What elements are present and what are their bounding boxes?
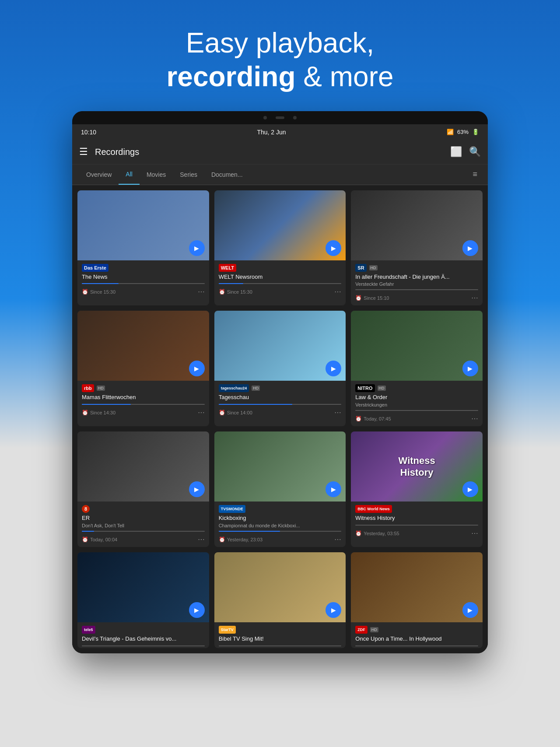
thumb-welt-newsroom: ▶	[214, 190, 346, 260]
play-btn-welt-newsroom[interactable]: ▶	[326, 240, 341, 256]
menu-icon[interactable]: ☰	[79, 146, 88, 158]
more-btn-tagesschau[interactable]: ⋯	[334, 408, 341, 417]
tabs-bar: Overview All Movies Series Documen... ≡	[72, 165, 488, 185]
title-welt-newsroom: WELT Newsroom	[219, 274, 342, 281]
status-right: 📶 63% 🔋	[447, 129, 479, 135]
progress-kickboxing	[219, 531, 342, 532]
footer-witness-history: ⏰ Yesterday, 03:55⋯	[351, 527, 483, 541]
more-btn-kickboxing[interactable]: ⋯	[334, 535, 341, 544]
clock-icon: ⏰	[82, 537, 88, 543]
channel-logo-the-news: Das Erste	[82, 264, 108, 272]
thumb-tagesschau: ▶	[214, 311, 346, 381]
tab-series[interactable]: Series	[173, 165, 204, 184]
more-btn-the-news[interactable]: ⋯	[198, 288, 205, 296]
card-er[interactable]: ▶8ERDon't Ask, Don't Tell⏰ Today, 00:04⋯	[77, 431, 209, 547]
subtitle-kickboxing: Championnat du monde de Kickboxi...	[219, 523, 342, 528]
tab-movies[interactable]: Movies	[140, 165, 173, 184]
more-btn-witness-history[interactable]: ⋯	[471, 529, 478, 537]
card-tagesschau[interactable]: ▶tagesschau24HDTagesschau⏰ Since 14:00⋯	[214, 311, 346, 426]
time-witness-history: ⏰ Yesterday, 03:55	[355, 530, 399, 537]
play-btn-tagesschau[interactable]: ▶	[326, 361, 341, 376]
thumb-kickboxing: ▶	[214, 431, 346, 502]
more-btn-in-aller-freundschaft[interactable]: ⋯	[471, 294, 478, 302]
card-once-upon-time[interactable]: ▶ZDFHDOnce Upon a Time... In Hollywood	[351, 552, 483, 648]
subtitle-law-order: Verstrickungen	[355, 402, 478, 407]
play-btn-once-upon-time[interactable]: ▶	[462, 602, 478, 618]
card-bibel-tv[interactable]: ▶StarTVBibel TV Sing Mit!	[214, 552, 346, 648]
progress-in-aller-freundschaft	[355, 289, 478, 290]
more-btn-law-order[interactable]: ⋯	[471, 414, 478, 423]
play-btn-kickboxing[interactable]: ▶	[326, 481, 341, 497]
card-in-aller-freundschaft[interactable]: ▶SRHDIn aller Freundschaft - Die jungen …	[351, 190, 483, 306]
time-tagesschau: ⏰ Since 14:00	[219, 410, 252, 416]
title-in-aller-freundschaft: In aller Freundschaft - Die jungen Ä...	[355, 274, 478, 281]
play-btn-mamas-flitterwochen[interactable]: ▶	[189, 361, 205, 376]
info-tagesschau: tagesschau24HDTagesschau	[214, 381, 346, 404]
card-welt-newsroom[interactable]: ▶WELTWELT Newsroom⏰ Since 15:30⋯	[214, 190, 346, 306]
recordings-grid: ▶Das ErsteThe News⏰ Since 15:30⋯▶WELTWEL…	[72, 185, 488, 654]
progress-bibel-tv	[219, 645, 342, 646]
footer-er: ⏰ Today, 00:04⋯	[77, 533, 209, 547]
card-the-news[interactable]: ▶Das ErsteThe News⏰ Since 15:30⋯	[77, 190, 209, 306]
time-law-order: ⏰ Today, 07:45	[355, 416, 391, 422]
tablet-top-bar	[72, 111, 488, 124]
search-icon[interactable]: 🔍	[469, 146, 481, 158]
battery-icon: 🔋	[472, 129, 479, 135]
play-btn-witness-history[interactable]: ▶	[462, 481, 478, 497]
toolbar-title: Recordings	[95, 147, 443, 157]
card-devils-triangle[interactable]: ▶tele5Devil's Triangle - Das Geheimnis v…	[77, 552, 209, 648]
channel-logo-tagesschau: tagesschau24	[219, 384, 249, 392]
more-btn-welt-newsroom[interactable]: ⋯	[334, 288, 341, 296]
info-the-news: Das ErsteThe News	[77, 260, 209, 284]
play-btn-in-aller-freundschaft[interactable]: ▶	[462, 240, 478, 256]
clock-icon: ⏰	[219, 410, 225, 416]
thumb-bibel-tv: ▶	[214, 552, 346, 622]
title-kickboxing: Kickboxing	[219, 515, 342, 522]
clock-icon: ⏰	[82, 289, 88, 295]
thumb-er: ▶	[77, 431, 209, 502]
footer-the-news: ⏰ Since 15:30⋯	[77, 286, 209, 299]
play-btn-bibel-tv[interactable]: ▶	[326, 602, 341, 618]
footer-law-order: ⏰ Today, 07:45⋯	[351, 413, 483, 426]
play-btn-devils-triangle[interactable]: ▶	[189, 602, 205, 618]
hero-bold: recording	[166, 61, 295, 92]
play-btn-law-order[interactable]: ▶	[462, 361, 478, 376]
clock-icon: ⏰	[82, 410, 88, 416]
cast-icon[interactable]: ⬜	[450, 146, 462, 158]
hd-badge-tagesschau: HD	[252, 386, 260, 391]
clock-icon: ⏰	[355, 416, 362, 422]
title-witness-history: Witness History	[355, 515, 478, 522]
more-btn-mamas-flitterwochen[interactable]: ⋯	[198, 408, 205, 417]
info-devils-triangle: tele5Devil's Triangle - Das Geheimnis vo…	[77, 622, 209, 645]
progress-devils-triangle	[82, 645, 205, 646]
thumb-once-upon-time: ▶	[351, 552, 483, 622]
progress-witness-history	[355, 525, 478, 526]
tab-overview[interactable]: Overview	[79, 165, 119, 184]
card-mamas-flitterwochen[interactable]: ▶rbbHDMamas Flitterwochen⏰ Since 14:30⋯	[77, 311, 209, 426]
tablet-device: 10:10 Thu, 2 Jun 📶 63% 🔋 ☰ Recordings ⬜ …	[72, 111, 488, 654]
time-kickboxing: ⏰ Yesterday, 23:03	[219, 537, 262, 543]
info-in-aller-freundschaft: SRHDIn aller Freundschaft - Die jungen Ä…	[351, 260, 483, 290]
play-btn-the-news[interactable]: ▶	[189, 240, 205, 256]
title-er: ER	[82, 515, 205, 522]
play-btn-er[interactable]: ▶	[189, 481, 205, 497]
subtitle-in-aller-freundschaft: Versteckte Gefahr	[355, 281, 478, 287]
thumb-witness-history: Witness History▶	[351, 431, 483, 502]
witness-overlay-text: Witness History	[384, 455, 449, 478]
tab-documentaries[interactable]: Documen...	[204, 165, 250, 184]
card-witness-history[interactable]: Witness History▶BBC World NewsWitness Hi…	[351, 431, 483, 547]
progress-er	[82, 531, 205, 532]
clock-icon: ⏰	[219, 289, 225, 295]
info-er: 8ERDon't Ask, Don't Tell	[77, 502, 209, 531]
thumb-law-order: ▶	[351, 311, 483, 381]
info-witness-history: BBC World NewsWitness History	[351, 502, 483, 525]
card-law-order[interactable]: ▶NITROHDLaw & OrderVerstrickungen⏰ Today…	[351, 311, 483, 426]
status-bar: 10:10 Thu, 2 Jun 📶 63% 🔋	[72, 124, 488, 140]
more-btn-er[interactable]: ⋯	[198, 535, 205, 544]
card-kickboxing[interactable]: ▶TVSMONDEKickboxingChampionnat du monde …	[214, 431, 346, 547]
tab-all[interactable]: All	[119, 165, 140, 185]
footer-kickboxing: ⏰ Yesterday, 23:03⋯	[214, 533, 346, 547]
tablet-camera	[263, 116, 267, 119]
progress-law-order	[355, 410, 478, 411]
list-view-icon[interactable]: ≡	[469, 165, 481, 183]
